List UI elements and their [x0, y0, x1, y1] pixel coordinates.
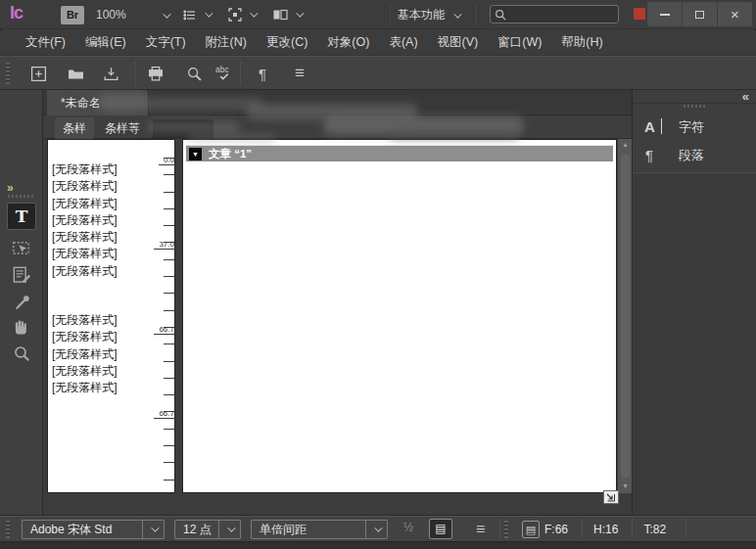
- vertical-scrollbar[interactable]: ▲ ▼: [617, 139, 632, 493]
- font-size-value: 12 点: [183, 521, 212, 538]
- position-tool-icon: [12, 239, 31, 257]
- eyedropper-tool[interactable]: [10, 291, 33, 314]
- scroll-down-icon[interactable]: ▼: [618, 482, 633, 489]
- ruler-label: 37.0: [154, 240, 175, 250]
- ruler-label: 66.7: [154, 409, 175, 419]
- minimize-icon: [660, 14, 670, 16]
- toolbar-grip[interactable]: [6, 63, 10, 84]
- expand-panel-icon[interactable]: »: [7, 181, 14, 195]
- character-icon: A: [644, 118, 655, 135]
- position-tool[interactable]: [10, 236, 33, 259]
- hand-tool[interactable]: [10, 315, 33, 339]
- document-tab[interactable]: *未命名: [47, 90, 149, 115]
- new-document-icon: [30, 66, 47, 82]
- menu-icon: ≡: [295, 64, 305, 83]
- window-bottom-edge: [0, 541, 756, 549]
- screen-mode-dropdown[interactable]: [227, 0, 256, 29]
- toolbar-separator: [135, 61, 136, 85]
- spellcheck-button[interactable]: abc: [211, 62, 236, 85]
- tools-panel: » T: [0, 90, 43, 515]
- incopy-window: Ic Br 100%: [0, 0, 756, 549]
- story-header-bar[interactable]: ▼ 文章 “1”: [186, 145, 613, 161]
- scroll-up-icon[interactable]: ▲: [618, 141, 633, 148]
- menu-item[interactable]: 视图(V): [428, 30, 489, 55]
- status-bar: Adobe 宋体 Std 12 点 单倍间距 ½ ▤ ≡ ▤ F:66H:16T…: [0, 515, 756, 541]
- window-controls: ×: [647, 2, 752, 26]
- open-button[interactable]: [63, 62, 88, 85]
- font-family-dropdown[interactable]: Adobe 宋体 Std: [22, 520, 165, 539]
- bridge-button[interactable]: Br: [61, 6, 84, 24]
- maximize-button[interactable]: [682, 2, 717, 26]
- search-box[interactable]: [490, 5, 619, 23]
- leading-dropdown[interactable]: 单倍间距: [251, 520, 388, 539]
- hidden-characters-button[interactable]: ¶: [250, 62, 275, 85]
- style-column: [无段落样式][无段落样式][无段落样式][无段落样式][无段落样式][无段落样…: [47, 139, 175, 493]
- close-button[interactable]: ×: [717, 2, 752, 26]
- paragraph-panel-label: 段落: [679, 147, 704, 164]
- galley-view-button[interactable]: ▤: [429, 519, 452, 539]
- titlebar-separator: [390, 4, 391, 25]
- search-icon: [495, 9, 506, 21]
- eyedropper-icon: [13, 294, 31, 312]
- menu-item[interactable]: 对象(O): [317, 30, 379, 55]
- right-panel-grip[interactable]: [684, 105, 707, 108]
- menu-item[interactable]: 附注(N): [196, 30, 257, 55]
- chevron-down-icon: [296, 9, 304, 17]
- line-numbers-icon[interactable]: ½: [403, 521, 413, 534]
- statusbar-grip[interactable]: [504, 521, 508, 538]
- counter-readout: F:66: [544, 523, 568, 536]
- print-button[interactable]: [143, 62, 168, 85]
- minimize-button[interactable]: [647, 2, 682, 26]
- type-tool[interactable]: T: [7, 203, 36, 230]
- statusbar-menu-icon[interactable]: ≡: [476, 516, 485, 542]
- maximize-icon: [695, 11, 704, 19]
- menu-item[interactable]: 文字(T): [136, 30, 196, 55]
- right-panel: « A 字符 ¶ 段落: [632, 90, 756, 515]
- story-info-icon[interactable]: ▤: [522, 521, 540, 538]
- document-tab-bar: *未命名: [43, 90, 632, 115]
- chevron-down-icon: [374, 524, 382, 531]
- note-tool-icon: [12, 265, 31, 285]
- statusbar-separator: [685, 519, 686, 538]
- character-panel-label: 字符: [679, 118, 704, 136]
- font-size-dropdown[interactable]: 12 点: [174, 520, 241, 539]
- menu-item[interactable]: 帮助(H): [551, 30, 612, 55]
- story-collapse-icon[interactable]: ▼: [189, 148, 202, 160]
- galley-tab-bar: 条样 条样䓁: [43, 115, 632, 139]
- document-area[interactable]: ▼ 文章 “1”: [182, 139, 617, 493]
- statusbar-separator: [499, 519, 500, 538]
- arrange-documents-dropdown[interactable]: [272, 0, 302, 29]
- find-button[interactable]: [181, 62, 207, 85]
- scrollbar-thumb[interactable]: [621, 155, 630, 478]
- view-options-dropdown[interactable]: [182, 0, 211, 29]
- zoom-tool[interactable]: [10, 342, 33, 365]
- new-document-button[interactable]: [25, 62, 51, 85]
- view-options-icon: [182, 7, 198, 23]
- tools-grip[interactable]: [8, 195, 34, 198]
- save-button[interactable]: [98, 62, 123, 85]
- pilcrow-icon: ¶: [645, 147, 653, 163]
- character-panel-button[interactable]: A 字符: [633, 114, 756, 140]
- search-input[interactable]: [506, 9, 614, 21]
- workspace-switcher[interactable]: 基本功能: [398, 0, 459, 29]
- menu-item[interactable]: 文件(F): [16, 30, 75, 55]
- zoom-level-dropdown[interactable]: 100%: [96, 0, 168, 29]
- menu-item[interactable]: 编辑(E): [75, 30, 136, 55]
- panel-empty-area: [634, 174, 756, 515]
- tab-story[interactable]: 条样䓁: [96, 117, 149, 139]
- tab-layout[interactable]: [153, 119, 213, 139]
- pilcrow-icon: ¶: [259, 66, 266, 82]
- menu-item[interactable]: 表(A): [379, 30, 427, 55]
- menu-item[interactable]: 更改(C): [257, 30, 317, 55]
- toolbar-menu-button[interactable]: ≡: [287, 62, 312, 85]
- tab-galley[interactable]: 条样: [55, 117, 94, 139]
- menu-item[interactable]: 窗口(W): [488, 30, 551, 55]
- paragraph-panel-button[interactable]: ¶ 段落: [633, 142, 756, 168]
- screen-mode-icon: [227, 7, 243, 23]
- note-tool[interactable]: [10, 263, 33, 287]
- statusbar-grip[interactable]: [6, 521, 10, 538]
- chevron-down-icon: [227, 524, 235, 531]
- font-family-value: Adobe 宋体 Std: [30, 521, 112, 538]
- collapse-panels-icon[interactable]: «: [742, 90, 749, 103]
- save-icon: [103, 66, 119, 82]
